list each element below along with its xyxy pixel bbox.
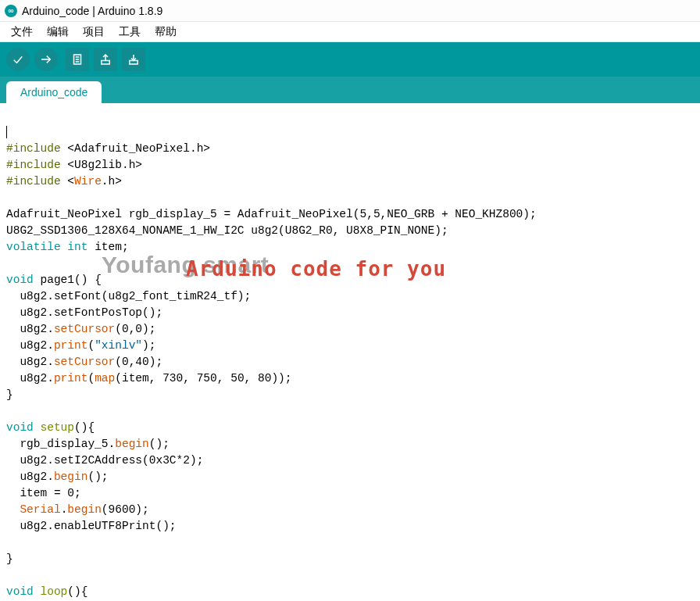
code-token [6, 503, 20, 516]
code-line: U8G2_SSD1306_128X64_NONAME_1_HW_I2C u8g2… [6, 224, 448, 237]
code-token: begin [115, 438, 149, 450]
window-titlebar: ∞ Arduino_code | Arduino 1.8.9 [0, 0, 700, 22]
upload-button[interactable] [34, 48, 58, 71]
menu-help[interactable]: 帮助 [148, 23, 183, 41]
code-token: (0,40); [115, 356, 162, 368]
code-token: ( [88, 339, 95, 352]
watermark-red: Arduino code for you [186, 261, 446, 277]
code-token: begin [54, 470, 88, 483]
text-caret [6, 126, 7, 138]
code-token: (item, 730, 750, 50, 80)); [115, 372, 291, 385]
code-line: u8g2.enableUTF8Print(); [6, 520, 177, 532]
code-token: rgb_display_5. [6, 438, 115, 450]
code-token: print [54, 372, 88, 385]
code-token: u8g2. [6, 470, 54, 483]
code-editor[interactable]: #include <Adafruit_NeoPixel.h> #include … [0, 103, 700, 601]
code-token: #include [6, 159, 61, 171]
download-arrow-icon [127, 52, 141, 66]
code-token: print [54, 339, 88, 352]
code-token: ); [142, 339, 155, 352]
code-token: (){ [67, 585, 88, 598]
code-token: "xinlv" [95, 339, 142, 352]
sketch-tab-row: Arduino_code [0, 77, 700, 103]
code-token: (0,0); [115, 323, 155, 335]
new-sketch-button[interactable] [66, 48, 89, 71]
code-token: < [61, 175, 74, 188]
code-token: u8g2. [6, 339, 54, 352]
file-icon [70, 52, 84, 66]
code-token: ( [88, 372, 95, 385]
upload-arrow-icon [98, 52, 112, 66]
code-token: } [6, 388, 13, 401]
code-token: <Adafruit_NeoPixel.h> [61, 142, 210, 155]
window-title: Arduino_code | Arduino 1.8.9 [22, 5, 162, 17]
code-token: void [6, 274, 34, 286]
code-token: volatile [6, 241, 61, 253]
code-token: item; [88, 241, 128, 253]
code-line: Adafruit_NeoPixel rgb_display_5 = Adafru… [6, 208, 537, 220]
code-token: Wire [74, 175, 102, 188]
code-line: u8g2.setFont(u8g2_font_timR24_tf); [6, 290, 251, 302]
arrow-right-icon [39, 52, 53, 66]
watermark-grey: Youfang smart [102, 256, 269, 273]
code-token: (9600); [102, 503, 149, 516]
code-token: u8g2. [6, 356, 54, 368]
code-token: u8g2. [6, 323, 54, 335]
code-token: setCursor [54, 356, 115, 368]
svg-rect-5 [102, 61, 110, 65]
code-token: loop [41, 585, 68, 598]
code-token: void [6, 421, 34, 434]
menu-file[interactable]: 文件 [5, 23, 39, 41]
code-token: #include [6, 142, 61, 155]
save-sketch-button[interactable] [122, 48, 145, 71]
code-token: (); [149, 438, 170, 450]
menu-tools[interactable]: 工具 [112, 23, 147, 41]
code-line: u8g2.setFontPosTop(); [6, 306, 162, 319]
code-token: #include [6, 175, 61, 188]
check-icon [11, 52, 25, 66]
code-token: } [6, 553, 13, 565]
arduino-app-icon: ∞ [5, 5, 17, 17]
menu-sketch[interactable]: 项目 [77, 23, 111, 41]
code-line: u8g2.setI2CAddress(0x3C*2); [6, 454, 203, 467]
code-token: <U8g2lib.h> [61, 159, 142, 171]
code-token: u8g2. [6, 372, 54, 385]
sketch-tab-active[interactable]: Arduino_code [6, 81, 102, 103]
code-token: (){ [74, 421, 95, 434]
code-token: int [67, 241, 88, 253]
menu-bar: 文件 编辑 项目 工具 帮助 [0, 22, 700, 42]
code-token: begin [67, 503, 102, 516]
code-token: map [95, 372, 115, 385]
code-token: setup [41, 421, 75, 434]
code-token: void [6, 585, 34, 598]
code-token: page1() { [34, 274, 102, 286]
code-token: setCursor [54, 323, 115, 335]
verify-button[interactable] [6, 48, 30, 71]
code-token: .h> [102, 175, 122, 188]
code-token: (); [88, 470, 108, 483]
open-sketch-button[interactable] [94, 48, 117, 71]
code-token: Serial [20, 503, 60, 516]
menu-edit[interactable]: 编辑 [41, 23, 75, 41]
toolbar [0, 42, 700, 77]
code-line: item = 0; [6, 487, 81, 499]
